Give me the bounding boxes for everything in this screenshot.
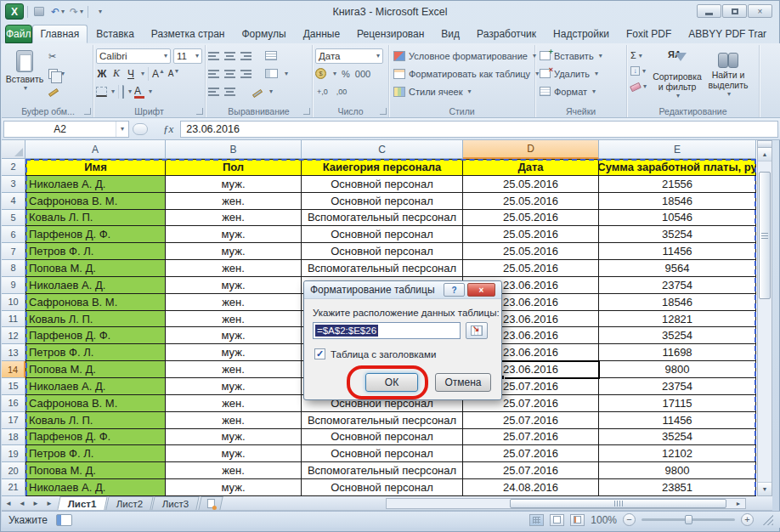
cancel-button[interactable]: Отмена [435, 373, 491, 392]
shrink-font-button[interactable]: А▼ [167, 68, 180, 78]
cell-name[interactable]: Парфенов Д. Ф. [25, 429, 166, 446]
cell-date[interactable]: Дата [463, 159, 599, 176]
tab-3[interactable]: Формулы [233, 25, 294, 43]
fill-button[interactable]: ↓▾ [630, 64, 652, 77]
cut-button[interactable]: ✂ [47, 49, 90, 64]
dialog-launcher-icon[interactable] [303, 108, 310, 115]
redo-button[interactable]: ↷▾ [69, 4, 84, 19]
conditional-formatting-button[interactable]: Условное форматирование ▾ [392, 47, 532, 65]
sheet-tab-Лист1[interactable]: Лист1 [57, 496, 107, 510]
cell-sex[interactable]: жен. [166, 462, 302, 479]
cell-date[interactable]: 25.05.2016 [463, 226, 599, 243]
cell-name[interactable]: Попова М. Д. [25, 260, 166, 277]
first-sheet-button[interactable]: ◄ [2, 496, 15, 510]
cell-sex[interactable]: муж. [166, 429, 302, 446]
cell-date[interactable]: 25.05.2016 [463, 260, 599, 277]
dialog-launcher-icon[interactable] [84, 108, 91, 115]
row-header[interactable]: 5 [2, 210, 25, 227]
cell-name[interactable]: Сафронова В. М. [25, 294, 166, 311]
cell-styles-button[interactable]: Стили ячеек ▾ [392, 82, 532, 100]
zoom-out-button[interactable]: − [623, 513, 636, 526]
format-painter-button[interactable] [47, 83, 90, 98]
cell-sum[interactable]: 11456 [599, 412, 756, 429]
cell-name[interactable]: Попова М. Д. [25, 462, 166, 479]
cell-sum[interactable]: Сумма заработной платы, ру [599, 159, 756, 176]
close-button[interactable]: × [748, 4, 772, 18]
next-sheet-button[interactable]: ► [29, 496, 42, 510]
tab-9[interactable]: Foxit PDF [618, 25, 680, 43]
accounting-format-button[interactable]: $ [315, 68, 326, 79]
prev-sheet-button[interactable]: ◄ [15, 496, 29, 510]
tab-1[interactable]: Вставка [88, 25, 143, 43]
cell-name[interactable]: Николаев А. Д. [25, 479, 166, 496]
cell-sum[interactable]: 18546 [599, 294, 756, 311]
chevron-down-icon[interactable]: ▾ [333, 70, 336, 77]
horizontal-scrollbar[interactable]: ► [386, 498, 746, 509]
align-right-button[interactable] [240, 70, 252, 78]
copy-button[interactable]: ▾ [47, 66, 90, 81]
row-header[interactable]: 21 [2, 479, 25, 496]
cell-sum[interactable]: 35254 [599, 429, 756, 446]
clear-button[interactable]: ▾ [630, 79, 652, 93]
page-break-view-button[interactable] [570, 514, 585, 526]
name-box[interactable]: A2 ▾ [3, 121, 129, 138]
cell-sum[interactable]: 17115 [599, 395, 756, 412]
range-picker-button[interactable] [466, 322, 488, 339]
delete-cells-button[interactable]: Удалить ▾ [538, 65, 624, 82]
dialog-title-bar[interactable]: Форматирование таблицы ? × [304, 281, 501, 299]
cell-category[interactable]: Вспомогательный песрсонал [302, 210, 463, 227]
scroll-down-button[interactable]: ▼ [758, 482, 772, 495]
chevron-down-icon[interactable]: ▾ [141, 70, 144, 77]
page-layout-view-button[interactable] [550, 514, 564, 526]
column-header-B[interactable]: B [166, 140, 302, 159]
horizontal-scrollbar-thumb[interactable] [510, 499, 726, 508]
borders-button[interactable] [96, 87, 107, 97]
cell-sex[interactable]: жен. [166, 260, 302, 277]
format-as-table-button[interactable]: Форматировать как таблицу ▾ [392, 65, 532, 82]
fill-color-button[interactable] [122, 86, 124, 98]
cell-category[interactable]: Вспомогательный песрсонал [302, 462, 463, 479]
cell-category[interactable]: Основной персонал [302, 429, 463, 446]
format-cells-button[interactable]: Формат ▾ [538, 82, 624, 100]
sheet-tab-Лист3[interactable]: Лист3 [151, 496, 200, 510]
cell-category[interactable]: Каиегория персонала [302, 159, 463, 176]
decrease-decimal-button[interactable]: ,00 [335, 87, 349, 97]
undo-button[interactable]: ↶▾ [50, 4, 65, 19]
align-bottom-button[interactable] [240, 52, 252, 60]
tab-file[interactable]: Файл [5, 25, 32, 43]
cell-sum[interactable]: 21556 [599, 176, 756, 193]
cell-name[interactable]: Петров Ф. Л. [25, 344, 166, 361]
cell-date[interactable]: 25.05.2016 [463, 176, 599, 193]
cell-category[interactable]: Вспомогательный песрсонал [302, 412, 463, 429]
cell-sex[interactable]: жен. [166, 311, 302, 328]
percent-style-button[interactable]: % [342, 69, 350, 79]
cell-sum[interactable]: 23754 [599, 378, 756, 395]
cell-sum[interactable]: 11698 [599, 344, 756, 361]
row-header[interactable]: 4 [2, 193, 25, 210]
customize-qat-button[interactable]: ▾ [92, 4, 107, 19]
cell-date[interactable]: 25.05.2016 [463, 210, 599, 227]
last-sheet-button[interactable]: ► [42, 496, 56, 510]
cell-name[interactable]: Сафронова В. М. [25, 395, 166, 412]
cell-sex[interactable]: муж. [166, 327, 302, 344]
cell-name[interactable]: Попова М. Д. [25, 361, 166, 378]
vertical-scrollbar[interactable]: ▲ ▼ [757, 140, 772, 496]
cell-sex[interactable]: муж. [166, 344, 302, 361]
insert-cells-button[interactable]: Вставить ▾ [538, 47, 624, 65]
tab-4[interactable]: Данные [295, 25, 348, 43]
number-format-select[interactable]: Дата▾ [315, 48, 383, 64]
cell-sex[interactable]: муж. [166, 176, 302, 193]
row-header[interactable]: 2 [2, 159, 25, 176]
collapse-ribbon-button[interactable]: ∧ [775, 28, 780, 41]
cell-name[interactable]: Петров Ф. Л. [25, 445, 166, 462]
column-header-A[interactable]: A [25, 140, 166, 159]
cell-name[interactable]: Коваль Л. П. [25, 311, 166, 328]
cell-sex[interactable]: муж. [166, 226, 302, 243]
cell-name[interactable]: Николаев А. Д. [25, 176, 166, 193]
increase-decimal-button[interactable]: +,0 [315, 87, 330, 97]
row-header[interactable]: 8 [2, 260, 25, 277]
cell-sex[interactable]: муж. [166, 479, 302, 496]
formula-bar-options-button[interactable] [133, 123, 148, 135]
row-header[interactable]: 12 [2, 327, 25, 344]
zoom-in-button[interactable]: + [741, 513, 754, 526]
